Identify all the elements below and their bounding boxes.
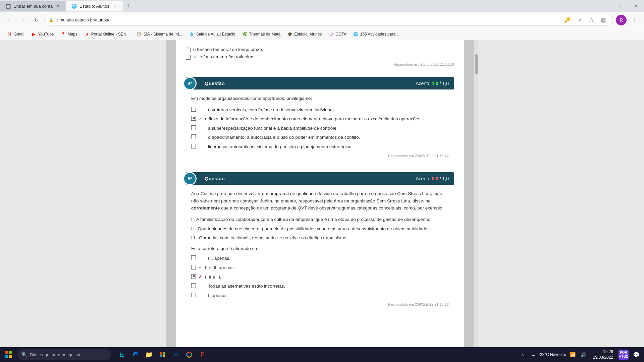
question-4-response-time: Respondido em 23/03/2022 21:15:42	[191, 153, 449, 162]
question-5-intro: Está correto o que é afirmado em:	[191, 245, 449, 252]
refresh-button[interactable]: ↻	[31, 15, 42, 25]
language-badge[interactable]: PORPTB2	[619, 350, 629, 360]
network-icon[interactable]: 📶	[569, 351, 577, 359]
minimize-button[interactable]: –	[598, 0, 613, 12]
close-button[interactable]: ✕	[629, 0, 644, 12]
bookmark-sala[interactable]: 💧 Sala de Aula | Estacio	[186, 30, 238, 38]
bookmark-sala-label: Sala de Aula | Estacio	[196, 32, 235, 37]
star-icon[interactable]: ☆	[586, 15, 597, 25]
taskbar-search[interactable]: 🔍 Digite aqui para pesquisar	[17, 349, 111, 360]
bookmark-estacio[interactable]: 🎓 Estácio: Alunos	[284, 30, 324, 38]
question-4-title: Questão	[205, 80, 225, 86]
q4-checkbox-1[interactable]	[191, 107, 196, 112]
profile-button[interactable]: R	[616, 15, 627, 25]
q4-option-5-text: lideranças autocráticas, sistema de puni…	[208, 143, 353, 150]
chrome-icon[interactable]	[184, 349, 195, 360]
taskbar: 🔍 Digite aqui para pesquisar ⊞ 📁 ✉ P	[0, 347, 644, 362]
bookmarks-bar: M Gmail ▶ YouTube 📍 Maps S Portal Online…	[0, 28, 644, 40]
q4-option-2: ✕ ✓ o fluxo da informação e do conhecime…	[191, 115, 449, 123]
clock[interactable]: 19:29 29/03/2022	[590, 349, 616, 360]
search-icon: 🔍	[21, 352, 27, 357]
question-4-body: Em modelos organizacionais contemporâneo…	[186, 89, 454, 164]
tab-close-active[interactable]: ✕	[112, 3, 117, 9]
file-explorer-icon[interactable]: 📁	[144, 349, 154, 360]
tab-active[interactable]: 🌐 Estácio: Alunos ✕	[66, 1, 123, 11]
checkbox-partial-2[interactable]	[186, 55, 191, 60]
bookmark-sia-label: SIA - Sistema de Inf...	[144, 32, 182, 37]
checkbox-partial-1[interactable]	[186, 48, 191, 52]
bookmark-youtube[interactable]: ▶ YouTube	[28, 30, 56, 38]
start-button[interactable]	[3, 349, 15, 361]
tab-inactive[interactable]: 🔲 Entrar em sua conta ✕	[0, 1, 66, 11]
q4-checkbox-5[interactable]	[191, 144, 196, 148]
partial-option-1: o fênfase temporal de longo prazo.	[186, 47, 454, 52]
sia-icon: 📋	[137, 32, 142, 37]
155-icon: 🌐	[353, 32, 359, 37]
weather-icon[interactable]: ☁	[529, 351, 537, 359]
q5-option-2-text: II e III, apenas.	[205, 264, 235, 272]
q5-checkbox-4[interactable]	[191, 283, 196, 288]
q5-option-4: Todas as alternativas estão incorretas.	[191, 283, 449, 290]
forward-button[interactable]: →	[17, 15, 28, 25]
question-5-score: Acerto: 0,0 / 1,0	[416, 176, 449, 181]
new-tab-button[interactable]: +	[124, 1, 133, 11]
q5-option-1-text: III, apenas.	[208, 255, 230, 262]
partial-question: o fênfase temporal de longo prazo. ✓ o f…	[186, 47, 454, 69]
q5-checkbox-5[interactable]	[191, 293, 196, 297]
mail-icon[interactable]: ✉	[170, 349, 181, 360]
edge-icon[interactable]	[130, 349, 141, 360]
estacio-icon: 🎓	[287, 32, 292, 37]
task-view-button[interactable]: ⊞	[117, 349, 127, 360]
bookmark-octa[interactable]: ⬡ OCTA	[326, 30, 349, 38]
question-4-options: estruturas verticais, com ênfase no dese…	[191, 106, 449, 150]
notification-button[interactable]: 💬	[631, 350, 641, 360]
bookmark-senac[interactable]: S Portal Online - SEN...	[82, 30, 132, 38]
system-tray: ∧ ☁ 22°C Nevoeiro 📶 🔊	[519, 351, 588, 359]
powerpoint-icon[interactable]: P	[197, 349, 208, 360]
q5-checkbox-3[interactable]: ✕	[191, 274, 196, 279]
q4-correct-mark-2: ✓	[199, 115, 202, 122]
gmail-icon: M	[7, 32, 12, 37]
q4-option-2-text: o fluxo da informação e do conhecimento …	[205, 115, 422, 123]
question-5-text: Ana Cristina pretende desenvolver um pro…	[191, 190, 449, 212]
q4-checkbox-3[interactable]	[191, 125, 196, 130]
key-icon[interactable]: 🔑	[562, 15, 573, 25]
tab-favicon-active: 🌐	[71, 4, 77, 9]
windows-store-icon[interactable]	[157, 349, 168, 360]
tab-label-active: Estácio: Alunos	[79, 4, 109, 9]
volume-icon[interactable]: 🔊	[580, 351, 588, 359]
share-icon[interactable]: ↗	[574, 15, 585, 25]
content-wrapper: o fênfase temporal de longo prazo. ✓ o f…	[176, 40, 464, 347]
bookmark-maps[interactable]: 📍 Maps	[58, 30, 80, 38]
bookmark-gmail[interactable]: M Gmail	[4, 30, 27, 38]
tab-label: Entrar em sua conta	[13, 4, 53, 9]
q5-option-3-text: I, II e III.	[205, 274, 221, 281]
q5-wrong-mark-3: ✗	[199, 274, 202, 281]
maximize-button[interactable]: □	[613, 0, 629, 12]
bookmark-sia[interactable]: 📋 SIA - Sistema de Inf...	[134, 30, 185, 38]
tab-favicon: 🔲	[5, 4, 11, 9]
question-5-header: 5ª Questão Acerto: 0,0 / 1,0	[186, 172, 454, 185]
question-5-score-value: 0,0	[432, 176, 438, 181]
scrollbar[interactable]	[474, 40, 478, 347]
q5-checkbox-2[interactable]	[191, 265, 196, 269]
more-button[interactable]: ⋮	[629, 15, 640, 25]
question-5-card: 5ª Questão Acerto: 0,0 / 1,0 Ana Cristin…	[186, 172, 454, 313]
bookmark-155[interactable]: 🌐 155 Atividades para...	[351, 30, 401, 38]
bookmark-155-label: 155 Atividades para...	[360, 32, 399, 37]
bookmark-thermas[interactable]: 🌿 Thermas da Mata	[239, 30, 283, 38]
question-4-score-value: 1,0	[432, 81, 438, 86]
tab-close-inactive[interactable]: ✕	[55, 3, 61, 9]
question-5-options: III, apenas. ✓ II e III, apenas. ✕ ✗ I, …	[191, 255, 449, 299]
partial-option-2: ✓ o foco em tarefas rotineiras.	[186, 54, 454, 60]
q4-checkbox-4[interactable]	[191, 134, 196, 139]
q5-option-3: ✕ ✗ I, II e III.	[191, 274, 449, 281]
q4-checkbox-2[interactable]: ✕	[191, 116, 196, 121]
sidebar-icon[interactable]: ▤	[598, 15, 609, 25]
question-4-badge: 4ª	[183, 77, 197, 90]
url-bar[interactable]: 🔒 simulado.estacio.br/alunos/ 🔑 ↗ ☆ ▤	[44, 15, 613, 25]
back-button[interactable]: ←	[4, 15, 15, 25]
chevron-up-icon[interactable]: ∧	[519, 351, 527, 359]
q5-checkbox-1[interactable]	[191, 255, 196, 260]
window-controls: – □ ✕	[598, 0, 644, 12]
